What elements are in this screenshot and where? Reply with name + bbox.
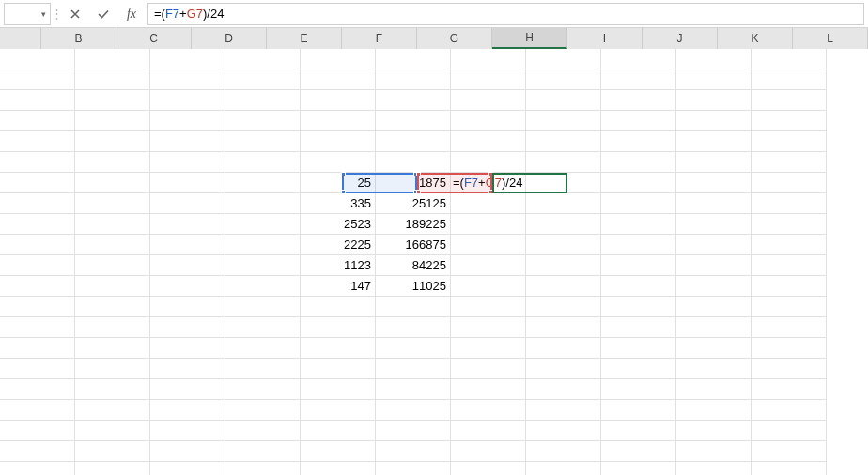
name-box[interactable] xyxy=(5,4,37,24)
cell-G8[interactable]: 25125 xyxy=(376,193,451,214)
close-icon xyxy=(70,8,81,20)
cell-F9[interactable]: 2523 xyxy=(301,214,376,235)
table-row xyxy=(0,69,868,90)
col-header-C[interactable]: C xyxy=(116,28,192,49)
fx-button[interactable]: fx xyxy=(119,4,144,24)
cell-G9[interactable]: 189225 xyxy=(376,214,451,235)
table-row: 2523 189225 xyxy=(0,214,868,235)
table-row xyxy=(0,317,868,338)
col-header-D[interactable]: D xyxy=(192,28,267,49)
cell-G7[interactable]: 1875 xyxy=(376,173,451,193)
cell-F10[interactable]: 2225 xyxy=(301,235,376,255)
cell-formula-text: =(F7+G7)/24 xyxy=(453,173,522,193)
table-row xyxy=(0,111,868,131)
col-header-L[interactable]: L xyxy=(793,28,868,49)
formula-input[interactable]: =(F7+G7)/24 xyxy=(147,3,864,25)
col-header-E[interactable]: E xyxy=(267,28,342,49)
fx-icon: fx xyxy=(127,7,136,22)
table-row: 147 11025 xyxy=(0,276,868,297)
table-row: 25 1875 =(F7+G7)/24 xyxy=(0,173,868,193)
cell-H7[interactable]: =(F7+G7)/24 xyxy=(451,173,526,193)
cell[interactable] xyxy=(0,49,75,69)
chevron-down-icon[interactable]: ▾ xyxy=(37,9,50,19)
table-row xyxy=(0,359,868,379)
table-row xyxy=(0,379,868,400)
rows-area: 25 1875 =(F7+G7)/24 335 25125 2523 18922… xyxy=(0,49,868,475)
col-header-G[interactable]: G xyxy=(417,28,492,49)
cell-G11[interactable]: 84225 xyxy=(376,255,451,276)
cell-F11[interactable]: 1123 xyxy=(301,255,376,276)
table-row xyxy=(0,152,868,173)
select-all-corner[interactable] xyxy=(0,28,41,49)
check-icon xyxy=(97,8,110,20)
table-row xyxy=(0,90,868,111)
cell-G10[interactable]: 166875 xyxy=(376,235,451,255)
cell-F7[interactable]: 25 xyxy=(301,173,376,193)
cancel-button[interactable] xyxy=(63,4,87,24)
table-row xyxy=(0,441,868,462)
spreadsheet-grid[interactable]: B C D E F G H I J K L 25 1875 =(F7+G7)/2… xyxy=(0,28,868,475)
confirm-button[interactable] xyxy=(91,4,116,24)
col-header-J[interactable]: J xyxy=(643,28,718,49)
table-row xyxy=(0,131,868,152)
table-row: 2225 166875 xyxy=(0,235,868,255)
separator: ⋮ xyxy=(54,4,59,24)
table-row: 335 25125 xyxy=(0,193,868,214)
name-box-wrap[interactable]: ▾ xyxy=(4,3,51,25)
formula-text: =(F7+G7)/24 xyxy=(154,7,224,21)
cell-F12[interactable]: 147 xyxy=(301,276,376,297)
col-header-K[interactable]: K xyxy=(718,28,793,49)
table-row: 1123 84225 xyxy=(0,255,868,276)
table-row xyxy=(0,338,868,359)
table-row xyxy=(0,49,868,69)
table-row xyxy=(0,297,868,317)
table-row xyxy=(0,462,868,475)
table-row xyxy=(0,400,868,421)
col-header-H[interactable]: H xyxy=(492,28,567,49)
column-headers: B C D E F G H I J K L xyxy=(0,28,868,49)
col-header-B[interactable]: B xyxy=(41,28,116,49)
col-header-F[interactable]: F xyxy=(342,28,417,49)
col-header-I[interactable]: I xyxy=(567,28,643,49)
table-row xyxy=(0,421,868,441)
cell-F8[interactable]: 335 xyxy=(301,193,376,214)
cell-G12[interactable]: 11025 xyxy=(376,276,451,297)
formula-bar: ▾ ⋮ fx =(F7+G7)/24 xyxy=(0,0,868,28)
